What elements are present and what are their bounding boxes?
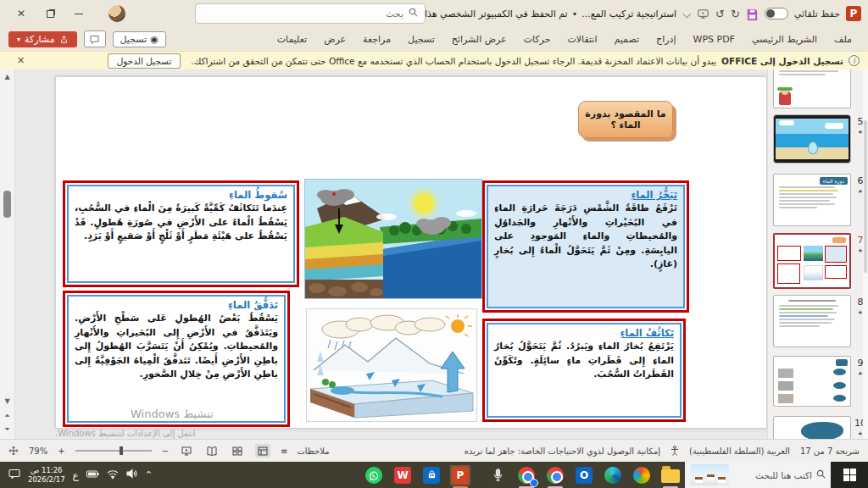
current-slide[interactable]: ما المقصود بدورة الماء ؟ bbox=[55, 76, 767, 429]
restore-button[interactable] bbox=[36, 2, 64, 25]
activate-windows-hint: انتقل إلى الإعدادات لتنشيط Windows. bbox=[55, 429, 196, 438]
textbox-runoff[interactable]: تَدَفُّقُ الماءِ يَسْقُطُ بَعْضُ الهُطول… bbox=[63, 291, 290, 427]
thumbnail-slide-10[interactable]: 10 ★ bbox=[773, 416, 866, 439]
restore-icon bbox=[47, 10, 54, 18]
textbox-body: عِندَما تَتَكاثَفُ كَمِّيَّةٌ كَبيرَةٌ م… bbox=[75, 202, 287, 244]
view-reading-button[interactable] bbox=[204, 444, 220, 458]
previous-slide-icon[interactable]: ⏶ bbox=[0, 412, 14, 420]
next-slide-icon[interactable]: ⏷ bbox=[0, 425, 14, 434]
tab-record[interactable]: تسجيل bbox=[400, 30, 442, 48]
wifi-icon[interactable] bbox=[107, 469, 119, 481]
close-button[interactable]: ✕ bbox=[7, 2, 36, 25]
textbox-condensation[interactable]: تَكاثُفُ الماءِ يَرْتَفِعُ بُخارُ الماءِ… bbox=[482, 319, 686, 422]
zoom-slider-thumb[interactable] bbox=[120, 446, 123, 455]
accessibility-status[interactable]: إمكانية الوصول لذوي الاحتياجات الخاصة: ج… bbox=[465, 446, 660, 456]
minimize-button[interactable] bbox=[64, 2, 93, 25]
taskbar-clock[interactable]: 11:26 ص 2026/2/17 bbox=[28, 466, 65, 484]
wps-office-icon[interactable]: W bbox=[392, 465, 413, 485]
thumbnail-slide-7-selected[interactable]: 7 ★ bbox=[773, 233, 866, 289]
zoom-slider[interactable] bbox=[75, 450, 152, 452]
outlook-icon[interactable]: O bbox=[574, 465, 594, 485]
scroll-down-icon[interactable]: ▼ bbox=[0, 397, 14, 405]
view-slideshow-button[interactable] bbox=[179, 444, 194, 458]
thumbnail-slide-8[interactable]: 8 ★ bbox=[773, 295, 866, 347]
thumbnail-slide-4[interactable] bbox=[773, 69, 866, 108]
tab-help[interactable]: تعليمات bbox=[270, 30, 314, 48]
record-button[interactable]: ◉ تسجيل bbox=[113, 31, 166, 47]
tab-home[interactable]: الشريط الرئيسي bbox=[744, 30, 825, 48]
tab-wps-pdf[interactable]: WPS PDF bbox=[686, 30, 743, 48]
tab-view[interactable]: عرض bbox=[316, 30, 353, 48]
view-sorter-button[interactable] bbox=[230, 444, 245, 458]
textbox-body: يَرْتَفِعُ بُخارُ الماءِ ويَبرُدُ. ثُمَّ… bbox=[494, 340, 674, 382]
tab-animations[interactable]: حركات bbox=[516, 30, 559, 48]
autosave-label: حفظ تلقائي bbox=[794, 8, 840, 19]
voice-recorder-icon[interactable] bbox=[487, 465, 508, 485]
slides-panel-scrollbar[interactable] bbox=[863, 69, 868, 439]
whatsapp-icon[interactable] bbox=[364, 465, 384, 485]
tab-review[interactable]: مراجعة bbox=[355, 30, 398, 48]
thumbnail-slide-9[interactable]: 9 ★ bbox=[773, 356, 866, 407]
hidden-icons-chevron[interactable]: ⌃ bbox=[145, 469, 153, 480]
notice-close-icon[interactable]: ✕ bbox=[12, 55, 30, 66]
saved-status: تم الحفظ في الكمبيوتر الشخصي هذا bbox=[425, 8, 568, 19]
microsoft-store-icon[interactable] bbox=[421, 465, 442, 485]
minimize-icon bbox=[75, 14, 83, 14]
file-explorer-icon[interactable] bbox=[660, 465, 681, 485]
tab-design[interactable]: تصميم bbox=[606, 30, 647, 48]
fit-to-window-icon[interactable] bbox=[8, 446, 19, 456]
edge-icon[interactable] bbox=[603, 465, 623, 485]
textbox-evaporation[interactable]: تَبَخُّرُ الماءِ تَرْفَعُ طاقَةُ الشَّمْ… bbox=[482, 180, 689, 313]
share-icon bbox=[59, 35, 69, 44]
zoom-out-button[interactable]: − bbox=[162, 446, 169, 456]
slide-question-box[interactable]: ما المقصود بدورة الماء ؟ bbox=[578, 101, 673, 138]
speaker-icon[interactable] bbox=[126, 469, 137, 481]
start-slideshow-icon[interactable] bbox=[697, 8, 709, 20]
ribbon-tabs: ملف الشريط الرئيسي WPS PDF إدراج تصميم ا… bbox=[0, 27, 868, 51]
accessibility-icon bbox=[670, 446, 679, 456]
editor-scrollbar[interactable]: ▲ ▼ ⏶ ⏷ bbox=[0, 69, 15, 439]
water-cycle-image-sketch[interactable] bbox=[306, 308, 477, 422]
tab-slideshow[interactable]: عرض الشرائح bbox=[444, 30, 515, 48]
search-input[interactable] bbox=[203, 8, 403, 19]
news-weather-widget[interactable] bbox=[690, 464, 729, 485]
comments-button[interactable] bbox=[84, 30, 106, 47]
language-indicator[interactable]: العربية (السلطة الفلسطينية) bbox=[689, 446, 790, 456]
start-button[interactable] bbox=[831, 462, 868, 488]
view-normal-button[interactable] bbox=[255, 444, 270, 458]
tab-file[interactable]: ملف bbox=[826, 30, 860, 48]
titlebar: P حفظ تلقائي ↻ ↺ ⌵ استراتيجية تركيب المع… bbox=[0, 0, 868, 27]
thumbnail-slide-5[interactable]: 5 ★ bbox=[773, 114, 866, 164]
chrome-profile-icon[interactable] bbox=[516, 465, 537, 485]
tab-insert[interactable]: إدراج bbox=[648, 30, 683, 48]
comment-icon bbox=[89, 34, 100, 45]
keyboard-language-indicator[interactable]: ع bbox=[73, 469, 79, 481]
undo-icon[interactable]: ↺ bbox=[715, 8, 725, 19]
signin-button[interactable]: تسجيل الدخول bbox=[108, 53, 181, 69]
thumbnail-slide-6[interactable]: دورة الماء 6 ★ bbox=[773, 174, 866, 226]
save-icon[interactable] bbox=[746, 8, 759, 20]
thumb-slide-title: دورة الماء bbox=[820, 177, 848, 185]
notes-button[interactable]: ملاحظات bbox=[297, 446, 329, 456]
share-button[interactable]: مشاركة ▾ bbox=[8, 31, 77, 47]
ribbon-options-icon[interactable]: ⌵ bbox=[682, 8, 691, 19]
notifications-icon[interactable] bbox=[8, 469, 20, 481]
battery-icon[interactable] bbox=[86, 469, 99, 480]
zoom-level[interactable]: 79% bbox=[29, 446, 47, 456]
scrollbar-thumb[interactable] bbox=[3, 191, 11, 218]
zoom-in-button[interactable]: + bbox=[58, 446, 64, 456]
copilot-icon[interactable] bbox=[632, 465, 652, 485]
ribbon-quick-actions: ◉ تسجيل مشاركة ▾ bbox=[8, 30, 166, 47]
tab-transitions[interactable]: انتقالات bbox=[559, 30, 604, 48]
avatar[interactable] bbox=[108, 5, 125, 22]
water-cycle-image-3d[interactable] bbox=[304, 179, 482, 299]
redo-icon[interactable]: ↻ bbox=[731, 8, 740, 19]
notes-icon: ≡ bbox=[281, 446, 287, 456]
ribbon-search[interactable] bbox=[195, 3, 426, 24]
textbox-precipitation[interactable]: سُقوطُ الماءِ عِندَما تَتَكاثَفُ كَمِّيَ… bbox=[63, 180, 299, 287]
taskbar-search[interactable]: اكتب هنا للبحث bbox=[685, 462, 831, 488]
autosave-toggle[interactable] bbox=[765, 8, 788, 19]
scroll-up-icon[interactable]: ▲ bbox=[0, 73, 14, 80]
chrome-icon[interactable] bbox=[545, 465, 565, 485]
powerpoint-taskbar-icon[interactable]: P bbox=[450, 465, 470, 485]
